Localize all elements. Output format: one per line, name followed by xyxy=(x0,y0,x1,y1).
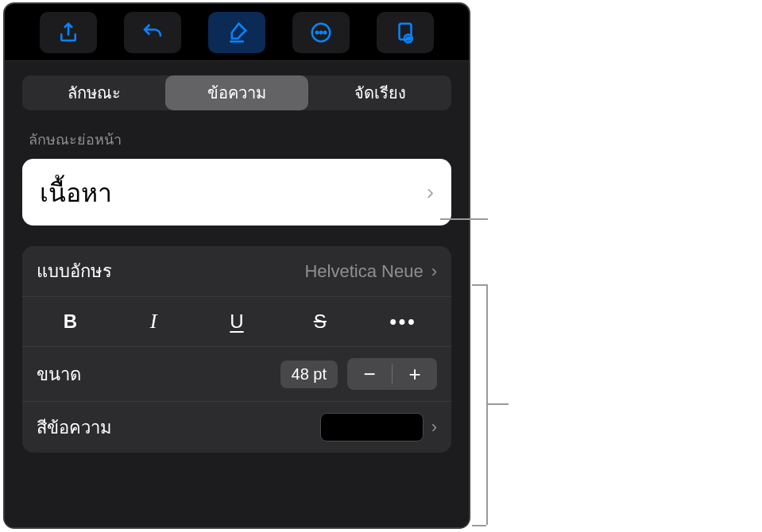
paragraph-style-section-label: ลักษณะย่อหน้า xyxy=(29,128,451,151)
text-format-row: B I U S ••• xyxy=(22,297,451,347)
more-format-button[interactable]: ••• xyxy=(362,305,445,338)
share-icon xyxy=(56,21,80,44)
text-color-label: สีข้อความ xyxy=(37,414,320,441)
svg-point-1 xyxy=(316,31,319,33)
callout-bracket-top xyxy=(472,284,486,286)
callout-line xyxy=(440,218,488,220)
text-color-swatch[interactable] xyxy=(320,413,424,441)
document-view-icon xyxy=(393,21,417,44)
undo-button[interactable] xyxy=(124,12,181,53)
bold-button[interactable]: B xyxy=(29,305,112,338)
main-toolbar xyxy=(5,4,469,61)
callout-bracket-mid xyxy=(486,403,509,405)
tab-text[interactable]: ข้อความ xyxy=(165,75,308,110)
italic-button[interactable]: I xyxy=(112,305,195,338)
panel-content: ลักษณะ ข้อความ จัดเรียง ลักษณะย่อหน้า เน… xyxy=(5,61,469,527)
undo-icon xyxy=(141,21,164,44)
strikethrough-button[interactable]: S xyxy=(278,305,362,338)
paragraph-style-picker[interactable]: เนื้อหา › xyxy=(22,159,451,226)
font-row[interactable]: แบบอักษร Helvetica Neue › xyxy=(22,246,451,297)
format-brush-icon xyxy=(225,21,249,44)
text-color-row[interactable]: สีข้อความ › xyxy=(22,402,451,453)
font-value: Helvetica Neue xyxy=(304,261,423,282)
underline-button[interactable]: U xyxy=(195,305,279,338)
size-stepper: − + xyxy=(347,358,437,390)
chevron-right-icon: › xyxy=(431,261,437,282)
format-panel: ลักษณะ ข้อความ จัดเรียง ลักษณะย่อหน้า เน… xyxy=(3,2,470,529)
format-button[interactable] xyxy=(208,12,265,53)
size-row: ขนาด 48 pt − + xyxy=(22,347,451,402)
size-increase-button[interactable]: + xyxy=(393,358,437,390)
font-label: แบบอักษร xyxy=(37,257,304,285)
font-options-card: แบบอักษร Helvetica Neue › B I U S ••• ขน… xyxy=(22,246,451,453)
more-icon xyxy=(309,21,333,44)
tab-style[interactable]: ลักษณะ xyxy=(22,75,165,110)
svg-point-3 xyxy=(324,31,327,33)
size-value-field[interactable]: 48 pt xyxy=(280,360,338,388)
svg-point-6 xyxy=(407,37,410,40)
tab-segmented-control[interactable]: ลักษณะ ข้อความ จัดเรียง xyxy=(22,75,451,110)
more-button[interactable] xyxy=(292,12,350,53)
callout-bracket-bottom xyxy=(472,525,486,526)
chevron-right-icon: › xyxy=(427,179,434,205)
document-view-button[interactable] xyxy=(377,12,434,53)
size-label: ขนาด xyxy=(37,360,280,388)
paragraph-style-value: เนื้อหา xyxy=(40,172,112,213)
svg-point-2 xyxy=(320,31,323,33)
tab-arrange[interactable]: จัดเรียง xyxy=(308,75,451,110)
share-button[interactable] xyxy=(40,12,97,53)
chevron-right-icon: › xyxy=(431,417,437,438)
size-decrease-button[interactable]: − xyxy=(347,358,392,390)
